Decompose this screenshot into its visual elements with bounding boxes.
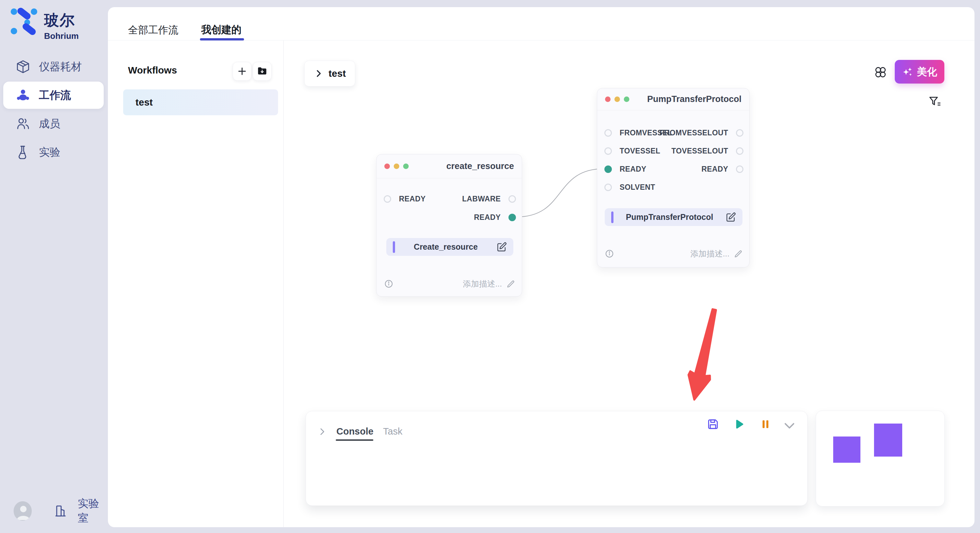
new-folder-button[interactable]: [253, 62, 272, 81]
port-circle-connected[interactable]: [509, 214, 516, 221]
workflow-node-pump-transfer[interactable]: PumpTransferProtocol FROMVESSEL TOVESSEL…: [597, 88, 749, 268]
traffic-red-icon: [384, 163, 390, 169]
input-port-solvent[interactable]: SOLVENT: [605, 182, 655, 193]
plus-icon: [237, 66, 247, 76]
node-header[interactable]: PumpTransferProtocol: [597, 89, 749, 110]
sparkles-icon: [902, 67, 913, 78]
tab-console[interactable]: Console: [336, 426, 373, 437]
minimap-node-create-resource: [833, 436, 861, 463]
folder-import-icon: [257, 66, 268, 77]
port-circle[interactable]: [605, 184, 612, 191]
output-port-tovesselout[interactable]: TOVESSELOUT: [671, 145, 743, 156]
port-circle[interactable]: [384, 195, 391, 203]
traffic-yellow-icon: [614, 97, 620, 102]
workflow-list-item[interactable]: test: [123, 89, 278, 115]
collapse-chevron-down-icon[interactable]: [782, 418, 797, 433]
tab-all-workflows[interactable]: 全部工作流: [128, 23, 178, 37]
workspace-label[interactable]: 实验室: [78, 497, 108, 525]
pill-accent-bar: [393, 241, 395, 253]
port-circle[interactable]: [736, 165, 743, 173]
node-title: PumpTransferProtocol: [647, 94, 741, 104]
brand-name-cn: 玻尔: [44, 10, 79, 30]
info-icon[interactable]: [384, 279, 393, 288]
description-placeholder[interactable]: 添加描述...: [463, 279, 502, 289]
beautify-button[interactable]: 美化: [895, 60, 944, 84]
lab-building-icon: [54, 503, 68, 519]
sidebar-item-workflow[interactable]: 工作流: [3, 82, 104, 109]
active-tab-underline: [200, 38, 244, 40]
bohrium-logo-icon: [10, 8, 38, 35]
port-circle[interactable]: [509, 195, 516, 203]
pencil-icon[interactable]: [506, 279, 515, 288]
members-icon: [16, 116, 30, 131]
sidebar-item-label: 成员: [39, 117, 60, 131]
workflows-panel-title: Workflows: [128, 65, 177, 76]
traffic-green-icon: [624, 97, 629, 102]
output-port-labware[interactable]: LABWARE: [462, 194, 516, 204]
node-action-create-resource[interactable]: Create_resource: [386, 238, 513, 256]
filter-icon[interactable]: [928, 95, 942, 109]
beautify-label: 美化: [917, 65, 937, 79]
run-play-icon[interactable]: [732, 418, 745, 431]
save-icon[interactable]: [706, 418, 719, 431]
pencil-icon[interactable]: [734, 249, 743, 258]
port-circle[interactable]: [736, 148, 743, 155]
input-port-ready[interactable]: READY: [384, 194, 426, 204]
input-port-tovessel[interactable]: TOVESSEL: [605, 145, 660, 156]
output-port-ready[interactable]: READY: [474, 212, 516, 223]
output-port-ready[interactable]: READY: [701, 163, 743, 174]
minimap-node-pump-transfer: [874, 424, 902, 457]
port-circle[interactable]: [736, 129, 743, 136]
input-port-ready[interactable]: READY: [605, 163, 646, 174]
sidebar-item-label: 仪器耗材: [39, 60, 82, 74]
sidebar-item-label: 实验: [39, 145, 60, 160]
chevron-right-icon: [314, 69, 323, 78]
tab-my-created[interactable]: 我创建的: [201, 23, 242, 36]
minimap[interactable]: [816, 411, 945, 506]
add-workflow-button[interactable]: [233, 62, 251, 81]
console-expand-chevron-icon[interactable]: [317, 427, 327, 436]
sidebar: 玻尔 Bohrium 仪器耗材 工作流 成员 实验 实验室: [0, 0, 108, 533]
output-port-fromvesselout[interactable]: FROMVESSELOUT: [660, 127, 743, 138]
components-clover-icon[interactable]: [874, 66, 887, 79]
port-circle[interactable]: [605, 148, 612, 155]
description-placeholder[interactable]: 添加描述...: [690, 248, 730, 259]
port-circle-connected[interactable]: [605, 165, 612, 173]
traffic-red-icon: [605, 97, 611, 102]
node-title: create_resource: [446, 161, 514, 171]
user-avatar[interactable]: [14, 501, 32, 521]
package-icon: [16, 59, 30, 74]
sidebar-item-members[interactable]: 成员: [3, 110, 104, 137]
edit-icon[interactable]: [725, 212, 736, 222]
experiment-icon: [16, 145, 30, 160]
tab-task[interactable]: Task: [383, 426, 402, 437]
node-action-pump-transfer[interactable]: PumpTransferProtocol: [605, 208, 743, 226]
workflow-node-create-resource[interactable]: create_resource READY LABWARE READY Crea…: [376, 154, 522, 297]
breadcrumb-test[interactable]: test: [304, 60, 355, 86]
breadcrumb-label: test: [329, 68, 346, 79]
workflow-item-name: test: [135, 97, 153, 108]
brand-name-en: Bohrium: [44, 31, 79, 41]
pill-accent-bar: [611, 211, 614, 223]
port-circle[interactable]: [605, 129, 612, 136]
sidebar-item-instruments[interactable]: 仪器耗材: [3, 53, 104, 80]
edit-icon[interactable]: [496, 242, 507, 252]
team-icon: [16, 88, 30, 103]
info-icon[interactable]: [605, 249, 614, 258]
pause-icon[interactable]: [760, 418, 771, 430]
traffic-green-icon: [403, 163, 409, 169]
console-tab-underline: [336, 439, 373, 441]
sidebar-item-experiment[interactable]: 实验: [3, 139, 104, 166]
traffic-yellow-icon: [394, 163, 399, 169]
node-header[interactable]: create_resource: [377, 154, 522, 178]
sidebar-item-label: 工作流: [39, 88, 71, 103]
